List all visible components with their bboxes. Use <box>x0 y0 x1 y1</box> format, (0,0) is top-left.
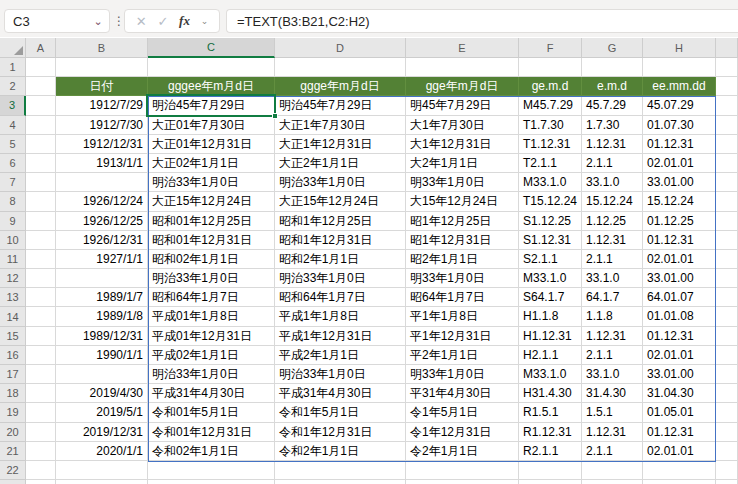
cell-E14[interactable]: 平1年1月8日 <box>406 307 519 326</box>
row-header-20[interactable]: 20 <box>0 423 26 442</box>
cell-G18[interactable]: 31.4.30 <box>582 384 643 403</box>
cell-D8[interactable]: 大正15年12月24日 <box>275 192 406 211</box>
cell-I18[interactable] <box>716 384 738 403</box>
row-header-5[interactable]: 5 <box>0 135 26 154</box>
cell-B17[interactable] <box>56 365 148 384</box>
cell-G4[interactable]: 1.7.30 <box>582 116 643 135</box>
cell-B20[interactable]: 2019/12/31 <box>56 423 148 442</box>
cell-G15[interactable]: 1.12.31 <box>582 327 643 346</box>
cell-D12[interactable]: 明治33年1月0日 <box>275 269 406 288</box>
column-header-C[interactable]: C <box>148 38 275 58</box>
cell-I9[interactable] <box>716 212 738 231</box>
cell-A11[interactable] <box>26 250 56 269</box>
cell-C14[interactable]: 平成01年1月8日 <box>148 307 275 326</box>
cell-H5[interactable]: 01.12.31 <box>643 135 716 154</box>
cell-A9[interactable] <box>26 212 56 231</box>
cell-I5[interactable] <box>716 135 738 154</box>
cell-G10[interactable]: 1.12.31 <box>582 231 643 250</box>
cell-G13[interactable]: 64.1.7 <box>582 288 643 307</box>
cell-H3[interactable]: 45.07.29 <box>643 96 716 115</box>
cell-A3[interactable] <box>26 96 56 115</box>
cell-F22[interactable] <box>519 461 582 480</box>
cell-F2[interactable]: ge.m.d <box>519 77 582 96</box>
cell-H18[interactable]: 31.04.30 <box>643 384 716 403</box>
cell-G1[interactable] <box>582 58 643 77</box>
cell-E16[interactable]: 平2年1月1日 <box>406 346 519 365</box>
cell-H11[interactable]: 02.01.01 <box>643 250 716 269</box>
cell-H4[interactable]: 01.07.30 <box>643 116 716 135</box>
cell-B10[interactable]: 1926/12/31 <box>56 231 148 250</box>
cell-D23[interactable] <box>275 480 406 484</box>
cell-A1[interactable] <box>26 58 56 77</box>
cell-F18[interactable]: H31.4.30 <box>519 384 582 403</box>
cell-F13[interactable]: S64.1.7 <box>519 288 582 307</box>
cell-E8[interactable]: 大15年12月24日 <box>406 192 519 211</box>
cell-H14[interactable]: 01.01.08 <box>643 307 716 326</box>
cell-I13[interactable] <box>716 288 738 307</box>
cell-D3[interactable]: 明治45年7月29日 <box>275 96 406 115</box>
cell-D19[interactable]: 令和1年5月1日 <box>275 403 406 422</box>
cell-E22[interactable] <box>406 461 519 480</box>
cell-A4[interactable] <box>26 116 56 135</box>
cell-F1[interactable] <box>519 58 582 77</box>
cell-F17[interactable]: M33.1.0 <box>519 365 582 384</box>
cell-I12[interactable] <box>716 269 738 288</box>
cell-B2[interactable]: 日付 <box>56 77 148 96</box>
cell-C16[interactable]: 平成02年1月1日 <box>148 346 275 365</box>
cell-C20[interactable]: 令和01年12月31日 <box>148 423 275 442</box>
cell-G2[interactable]: e.m.d <box>582 77 643 96</box>
cell-G3[interactable]: 45.7.29 <box>582 96 643 115</box>
cell-C5[interactable]: 大正01年12月31日 <box>148 135 275 154</box>
cell-D4[interactable]: 大正1年7月30日 <box>275 116 406 135</box>
cell-H9[interactable]: 01.12.25 <box>643 212 716 231</box>
cell-A12[interactable] <box>26 269 56 288</box>
column-header-B[interactable]: B <box>56 38 148 58</box>
cell-D1[interactable] <box>275 58 406 77</box>
cell-E12[interactable]: 明33年1月0日 <box>406 269 519 288</box>
row-header-6[interactable]: 6 <box>0 154 26 173</box>
cell-B4[interactable]: 1912/7/30 <box>56 116 148 135</box>
cell-D6[interactable]: 大正2年1月1日 <box>275 154 406 173</box>
row-header-17[interactable]: 17 <box>0 365 26 384</box>
cell-H8[interactable]: 15.12.24 <box>643 192 716 211</box>
cell-I21[interactable] <box>716 442 738 461</box>
cell-D7[interactable]: 明治33年1月0日 <box>275 173 406 192</box>
cell-B21[interactable]: 2020/1/1 <box>56 442 148 461</box>
cell-A21[interactable] <box>26 442 56 461</box>
cell-B12[interactable] <box>56 269 148 288</box>
cell-B22[interactable] <box>56 461 148 480</box>
cell-C21[interactable]: 令和02年1月1日 <box>148 442 275 461</box>
cell-C1[interactable] <box>148 58 275 77</box>
cell-G11[interactable]: 2.1.1 <box>582 250 643 269</box>
cell-A8[interactable] <box>26 192 56 211</box>
cell-E4[interactable]: 大1年7月30日 <box>406 116 519 135</box>
cell-H2[interactable]: ee.mm.dd <box>643 77 716 96</box>
row-header-18[interactable]: 18 <box>0 384 26 403</box>
cell-I3[interactable] <box>716 96 738 115</box>
cell-H17[interactable]: 33.01.00 <box>643 365 716 384</box>
cell-F5[interactable]: T1.12.31 <box>519 135 582 154</box>
cell-G19[interactable]: 1.5.1 <box>582 403 643 422</box>
cell-C2[interactable]: gggee年m月d日 <box>148 77 275 96</box>
cell-F16[interactable]: H2.1.1 <box>519 346 582 365</box>
cell-C17[interactable]: 明治33年1月0日 <box>148 365 275 384</box>
cell-D14[interactable]: 平成1年1月8日 <box>275 307 406 326</box>
cell-H7[interactable]: 33.01.00 <box>643 173 716 192</box>
cell-F19[interactable]: R1.5.1 <box>519 403 582 422</box>
cell-I8[interactable] <box>716 192 738 211</box>
row-header-10[interactable]: 10 <box>0 231 26 250</box>
row-header-13[interactable]: 13 <box>0 288 26 307</box>
chevron-down-icon[interactable]: ⌄ <box>201 16 209 26</box>
cell-F12[interactable]: M33.1.0 <box>519 269 582 288</box>
cell-I10[interactable] <box>716 231 738 250</box>
column-header-E[interactable]: E <box>406 38 519 58</box>
row-header-7[interactable]: 7 <box>0 173 26 192</box>
cell-I22[interactable] <box>716 461 738 480</box>
row-header-14[interactable]: 14 <box>0 307 26 326</box>
cell-G14[interactable]: 1.1.8 <box>582 307 643 326</box>
cell-E19[interactable]: 令1年5月1日 <box>406 403 519 422</box>
name-box[interactable]: C3 ⌄ <box>4 9 110 33</box>
cell-E1[interactable] <box>406 58 519 77</box>
cell-E7[interactable]: 明33年1月0日 <box>406 173 519 192</box>
cell-H15[interactable]: 01.12.31 <box>643 327 716 346</box>
